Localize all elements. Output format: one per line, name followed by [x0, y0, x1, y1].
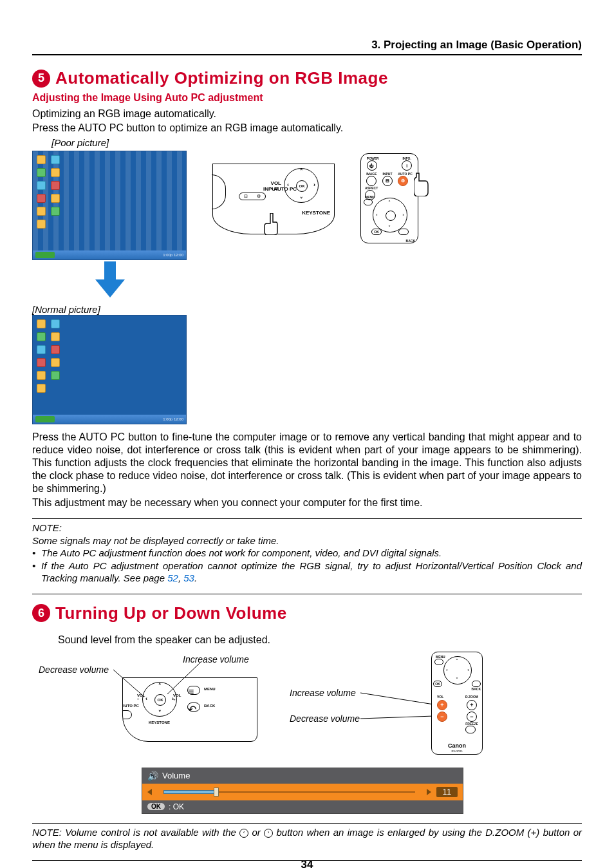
section6-title: Turning Up or Down Volume [55, 603, 287, 623]
info-button-icon: i [402, 160, 412, 171]
dec-volume-label-2: Decrease volume [290, 713, 360, 724]
normal-picture-caption: [Normal picture] [32, 304, 187, 315]
section5-number-icon: 5 [32, 70, 50, 88]
menu-label-p2: MENU [204, 687, 216, 691]
vol-minus-label-p2: VOL − [137, 693, 145, 701]
keystone-label-p2: KEYSTONE [149, 721, 170, 724]
note-b2-post: . [194, 572, 197, 583]
input-button-icon: ⊟ [382, 176, 393, 186]
osd-volume-value: 11 [436, 787, 458, 797]
note-bullet2: If the Auto PC adjustment operation cann… [41, 560, 582, 585]
power-button-icon: ⏻ [367, 160, 377, 171]
vol-note-mid: or [252, 827, 264, 838]
normal-picture-illustration: 1:00p 12:00 [32, 315, 187, 424]
image-label: IMAGE [366, 172, 377, 176]
vol-plus-highlight-icon: + [437, 700, 447, 710]
pointing-finger-remote-icon [414, 172, 429, 196]
remote-brand: Canon [432, 742, 482, 749]
remote-dpad-icon: ˄ ˅ ‹ › [373, 198, 407, 232]
section5-line2: Press the AUTO PC button to optimize an … [32, 122, 582, 135]
dpad-icon: OK ˄ ˅ ‹ › [284, 168, 319, 203]
back-label-r2: BACK [472, 687, 481, 691]
page-number: 34 [0, 858, 614, 869]
ok-button-r-icon: OK [371, 229, 382, 235]
aspect-label: ASPECT [365, 186, 378, 190]
divider-3 [32, 823, 582, 824]
dzoom-label-r2: D.ZOOM [465, 695, 478, 699]
menu-label-r2: MENU [436, 655, 445, 659]
osd-ok-pill-icon: OK [147, 803, 165, 810]
vol-note-pre: NOTE: Volume control is not available wi… [32, 827, 239, 838]
remote-top-illustration: POWER⏻ INFO.i IMAGE INPUT⊟ AUTO PC⚙ ASPE… [360, 153, 418, 243]
note-line1: Some signals may not be displayed correc… [32, 534, 582, 547]
section5-para1: Press the AUTO PC button to fine-tune th… [32, 431, 582, 495]
freeze-label: FREEZE [465, 722, 478, 726]
section5-title: Automatically Optimizing on RGB Image [55, 68, 388, 88]
back-label-p2: BACK [204, 704, 215, 708]
vol-plus-label-p2: VOL + [173, 693, 181, 701]
poor-picture-illustration: 1:00p 12:00 [32, 151, 187, 260]
speaker-icon: 🔊 [147, 771, 158, 781]
svg-line-2 [360, 693, 434, 704]
tray-text: 1:00p 12:00 [163, 253, 183, 257]
svg-line-3 [360, 716, 434, 719]
osd-ok-label: : OK [169, 802, 184, 811]
info-label: INFO. [402, 156, 412, 160]
poor-picture-caption: [Poor picture] [51, 137, 582, 148]
divider-2 [32, 594, 582, 594]
section5-title-row: 5 Automatically Optimizing on RGB Image [32, 68, 582, 88]
osd-slider-left-tri-icon [147, 789, 152, 795]
section6-intro: Sound level from the speaker can be adju… [58, 634, 582, 646]
osd-volume: 🔊 Volume 11 OK : OK [142, 768, 463, 814]
freeze-button-icon [465, 726, 476, 733]
image-button-icon [366, 176, 377, 186]
section5-subheading: Adjusting the Image Using Auto PC adjust… [32, 92, 582, 104]
input-label-r: INPUT [382, 172, 393, 176]
tray-text-2: 1:00p 12:00 [163, 417, 183, 421]
vol-minus-label: VOL − [271, 180, 281, 192]
back-pill-icon: ↶ [187, 703, 200, 712]
power-label: POWER [367, 156, 379, 160]
projector-top-panel-illustration: OK ˄ ˅ ‹ › INPUT AUTO PC VOL − ⊟ ⚙ KEYST… [212, 164, 335, 234]
osd-volume-title: Volume [162, 771, 190, 780]
dzoom-minus-icon: − [467, 712, 477, 722]
osd-slider-right-tri-icon [427, 789, 431, 795]
arrow-down-icon [95, 261, 125, 301]
back-button-r2-icon [472, 681, 481, 687]
inc-volume-label-1: Increase volume [183, 654, 249, 665]
vol-minus-highlight-icon: − [437, 712, 447, 722]
page-link-53[interactable]: 53 [183, 572, 194, 583]
volume-remote-illustration: Increase volume Decrease volume MENU ˄ ˅… [290, 652, 483, 761]
note-bullet1: The Auto PC adjustment function does not… [41, 547, 582, 560]
autopc-label-r: AUTO PC [398, 172, 412, 176]
volume-panel-illustration: Decrease volume Increase volume AUTO PC … [51, 652, 264, 761]
chapter-header: 3. Projecting an Image (Basic Operation) [32, 39, 582, 55]
dec-volume-label-1: Decrease volume [39, 665, 109, 675]
menu-button-r2-icon [434, 659, 443, 665]
back-button-r-icon [398, 229, 409, 235]
menu-button-icon [364, 199, 373, 205]
pointing-finger-icon [262, 213, 281, 235]
section5-para2: This adjustment may be necessary when yo… [32, 496, 582, 509]
autopc-button-highlight-icon: ⚙ [398, 176, 408, 186]
inline-left-button-icon: ‹ [239, 829, 248, 838]
dzoom-plus-icon: + [467, 700, 477, 710]
section6-number-icon: 6 [32, 604, 50, 622]
inc-volume-label-2: Increase volume [290, 688, 356, 698]
inline-right-button-icon: › [264, 829, 273, 838]
menu-pill-icon: ≡ [187, 686, 200, 695]
section5-line1: Optimizing an RGB image automatically. [32, 108, 582, 120]
note-lead: NOTE: [32, 522, 582, 534]
vol-label-r2: VOL [437, 695, 443, 699]
ok-button-p2-icon: OK [154, 694, 166, 706]
note-b2-pre: If the Auto PC adjustment operation cann… [41, 560, 582, 584]
note-b2-sep: , [178, 572, 183, 583]
osd-volume-slider[interactable] [157, 789, 422, 795]
page-link-52[interactable]: 52 [167, 572, 178, 583]
back-label-r: BACK [406, 239, 415, 243]
autopc-label-p2: AUTO PC [122, 704, 139, 708]
divider [32, 518, 582, 519]
dpad2-icon: OK ˄ ˅ ‹ › [142, 682, 177, 717]
remote-dpad2-icon: ˄ ˅ ‹ › [443, 656, 472, 684]
section6-title-row: 6 Turning Up or Down Volume [32, 603, 582, 623]
